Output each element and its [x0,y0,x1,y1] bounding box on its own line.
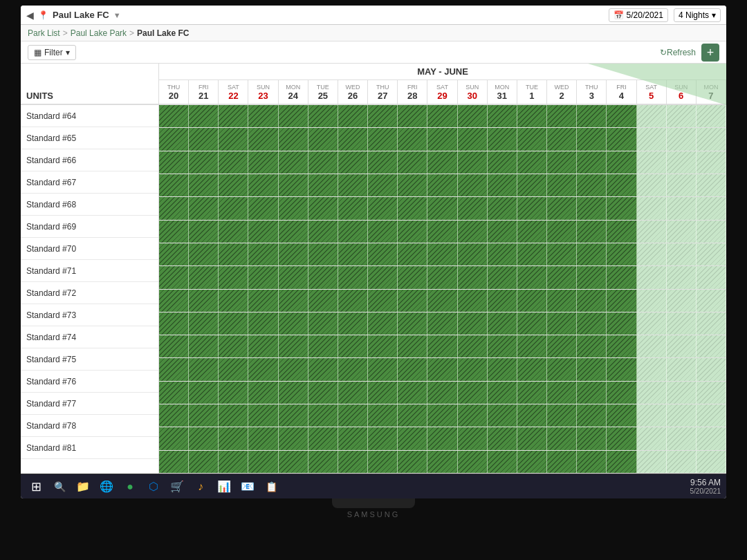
grid-cell[interactable] [248,335,278,357]
grid-row[interactable] [159,290,726,312]
grid-cell[interactable] [458,312,488,335]
grid-cell[interactable] [607,266,636,288]
grid-cell[interactable] [547,451,577,473]
grid-cell[interactable] [517,451,547,473]
grid-cell[interactable] [308,128,338,150]
grid-cell[interactable] [308,335,338,357]
grid-cell[interactable] [427,266,457,288]
grid-cell[interactable] [458,404,488,427]
unit-row[interactable]: Standard #75 [21,348,158,371]
unit-row[interactable]: Standard #66 [21,149,158,171]
grid-cell[interactable] [577,221,607,243]
grid-cell[interactable] [667,151,697,174]
taskbar-chrome-icon[interactable]: ● [120,477,140,496]
grid-cell[interactable] [279,221,308,243]
taskbar-excel-icon[interactable]: 📊 [214,477,234,496]
grid-cell[interactable] [577,382,607,404]
grid-cell[interactable] [667,174,697,196]
breadcrumb-part1[interactable]: Park List [28,28,60,38]
grid-row[interactable] [159,427,726,450]
grid-cell[interactable] [637,335,667,357]
grid-cell[interactable] [607,427,636,449]
grid-cell[interactable] [458,335,488,357]
grid-cell[interactable] [517,266,547,288]
grid-cell[interactable] [517,404,547,427]
grid-cell[interactable] [547,105,577,127]
grid-cell[interactable] [577,404,607,427]
grid-cell[interactable] [667,221,697,243]
grid-cell[interactable] [189,128,219,150]
grid-cell[interactable] [697,105,726,127]
unit-row[interactable]: Standard #67 [21,171,158,194]
grid-cell[interactable] [219,174,248,196]
grid-cell[interactable] [577,151,607,174]
grid-cell[interactable] [368,243,398,265]
grid-cell[interactable] [488,312,517,335]
grid-row[interactable] [159,128,726,151]
grid-cell[interactable] [577,335,607,357]
unit-row[interactable]: Standard #78 [21,415,158,437]
unit-row[interactable]: Standard #73 [21,304,158,326]
grid-row[interactable] [159,312,726,335]
grid-cell[interactable] [219,404,248,427]
grid-row[interactable] [159,382,726,404]
taskbar-edge-icon[interactable]: ⬡ [144,477,163,496]
grid-cell[interactable] [248,197,278,219]
grid-cell[interactable] [547,312,577,335]
grid-cell[interactable] [248,266,278,288]
grid-row[interactable] [159,197,726,220]
grid-cell[interactable] [667,197,697,219]
grid-cell[interactable] [159,451,189,473]
grid-cell[interactable] [159,197,189,219]
grid-cell[interactable] [219,221,248,243]
grid-cell[interactable] [517,335,547,357]
grid-cell[interactable] [159,221,189,243]
grid-cell[interactable] [398,105,427,127]
grid-cell[interactable] [488,335,517,357]
grid-cell[interactable] [368,128,398,150]
grid-cell[interactable] [427,243,457,265]
grid-cell[interactable] [308,174,338,196]
grid-cell[interactable] [219,358,248,380]
grid-cell[interactable] [398,312,427,335]
grid-cell[interactable] [248,312,278,335]
grid-cell[interactable] [248,382,278,404]
grid-cell[interactable] [159,290,189,312]
grid-cell[interactable] [637,382,667,404]
grid-cell[interactable] [368,197,398,219]
grid-cell[interactable] [219,266,248,288]
grid-cell[interactable] [697,312,726,335]
grid-cell[interactable] [338,197,368,219]
grid-cell[interactable] [607,404,636,427]
grid-cell[interactable] [607,358,636,380]
unit-row[interactable]: Standard #81 [21,437,158,459]
grid-cell[interactable] [667,243,697,265]
grid-cell[interactable] [338,266,368,288]
date-selector[interactable]: 📅 5/20/2021 [609,8,668,22]
grid-cell[interactable] [159,358,189,380]
grid-cell[interactable] [189,174,219,196]
grid-cell[interactable] [607,335,636,357]
grid-cell[interactable] [219,105,248,127]
grid-cell[interactable] [279,358,308,380]
grid-cell[interactable] [547,382,577,404]
grid-cell[interactable] [398,243,427,265]
grid-cell[interactable] [398,404,427,427]
refresh-button[interactable]: ↻Refresh [660,48,696,57]
grid-cell[interactable] [547,427,577,449]
grid-cell[interactable] [547,358,577,380]
grid-cell[interactable] [637,312,667,335]
grid-cell[interactable] [577,243,607,265]
unit-row[interactable]: Standard #65 [21,127,158,149]
grid-cell[interactable] [159,174,189,196]
grid-cell[interactable] [279,335,308,357]
grid-cell[interactable] [427,128,457,150]
grid-cell[interactable] [398,128,427,150]
grid-cell[interactable] [697,197,726,219]
grid-cell[interactable] [517,382,547,404]
grid-cell[interactable] [697,358,726,380]
grid-cell[interactable] [219,335,248,357]
grid-cell[interactable] [577,312,607,335]
grid-cell[interactable] [368,312,398,335]
grid-cell[interactable] [219,427,248,449]
